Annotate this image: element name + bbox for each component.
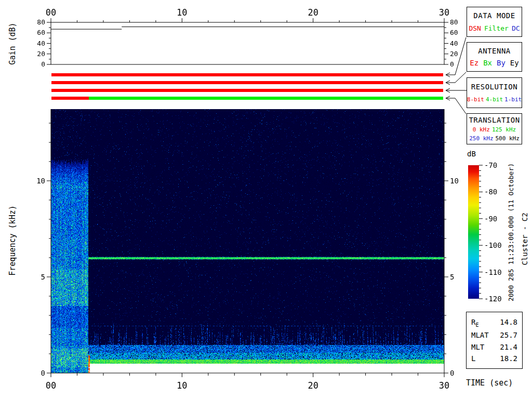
bar-arrow-head [446,90,450,92]
frequency-axis-label: Frequency (kHz) [8,205,17,275]
info-value: 14.8 [500,318,517,328]
status-bar-segment [89,97,443,100]
colorbar-tick-label: -70 [484,161,497,169]
legend-box-resolution: RESOLUTION8-bit4-bit1-bit [467,77,522,108]
legend-item-ez: Ez [470,59,478,67]
time-tick-label-top: 00 [46,7,56,18]
legend-item-250-khz: 250 kHz [469,135,493,142]
legend-item-125-khz: 125 kHz [492,126,516,133]
colorbar [468,165,479,299]
colorbar-tick-label: -100 [484,241,502,249]
freq-tick-label-left: 5 [41,273,45,281]
ephemeris-info-box: RE14.8MLAT25.7MLT21.4L18.2 [466,312,523,369]
legend-box-data-mode: DATA MODEDSNFilterDC [467,7,522,37]
info-label: RE [471,318,478,328]
legend-item-0-khz: 0 kHz [473,126,490,133]
colorbar-tick-label: -120 [484,295,502,303]
legend-item-4-bit: 4-bit [486,96,503,103]
freq-tick-label-right: 10 [450,177,459,185]
colorbar-tick-label: -80 [484,188,497,196]
arrow-connector [455,72,466,83]
status-bar-segment [51,73,443,76]
freq-tick-label-left: 0 [41,369,45,377]
legend-item-dc: DC [512,24,520,32]
legend-box-title: DATA MODE [473,11,515,20]
gain-tick-label-right: 40 [450,39,458,47]
status-bar-antenna [51,81,443,84]
info-value: 25.7 [500,331,517,339]
gain-tick-label-left: 60 [37,29,45,36]
info-value: 18.2 [500,354,517,363]
gain-tick-label-right: 0 [450,60,454,68]
legend-item-500-khz: 500 kHz [496,135,520,142]
status-bar-resolution [51,89,443,92]
legend-item-1-bit: 1-bit [504,96,522,103]
gain-tick-label-left: 40 [37,39,45,47]
colorbar-tick-label: -110 [484,268,502,276]
info-label: L [471,354,475,363]
timestamp-text: 2000 285 11:23:00.000 (11 October) [507,163,515,301]
legend-item-filter: Filter [484,24,509,32]
info-row-mlat: MLAT25.7 [471,331,517,339]
info-label-sub: E [475,322,478,327]
arrow-connector [455,98,466,114]
colorbar-unit-label: dB [467,150,476,158]
legend-item-ey: Ey [510,59,519,67]
legend-item-dsn: DSN [469,24,481,32]
bar-arrow-head [446,75,450,77]
freq-tick-label-right: 0 [450,369,454,377]
status-bar-translation [51,97,443,100]
time-tick-label-top: 20 [308,7,318,18]
freq-tick-label-left: 10 [36,177,45,185]
status-bar-data-mode [51,73,443,76]
gain-plot-frame [51,22,444,64]
time-tick-label-top: 10 [177,7,187,18]
legend-box-row: 0 kHz125 kHz [473,126,516,133]
legend-item-by: By [497,59,506,67]
legend-box-row: DSNFilterDC [469,24,520,32]
time-tick-label-bottom: 10 [177,380,187,391]
legend-box-translation: TRANSLATION0 kHz125 kHz250 kHz500 kHz [467,113,522,144]
bar-arrow-head [446,83,450,85]
freq-tick-label-right: 5 [450,273,454,281]
status-bar-segment [51,81,443,84]
info-row-mlt: MLT21.4 [471,343,517,351]
info-row-l: L18.2 [471,354,517,363]
gain-tick-label-right: 60 [450,29,458,36]
arrow-connector [455,37,466,75]
bar-arrow-head [446,81,450,83]
bar-arrow-head [446,73,450,75]
gain-tick-label-left: 20 [37,50,45,58]
time-tick-label-top: 30 [439,7,449,18]
info-label: MLAT [471,331,489,339]
gain-tick-label-left: 0 [41,60,45,68]
spacecraft-text: Cluster - C2 [521,212,529,265]
colorbar-tick-label: -90 [484,215,497,223]
legend-box-title: ANTENNA [478,47,511,55]
legend-item-8-bit: 8-bit [467,96,484,103]
legend-box-antenna: ANTENNAEzBxByEy [467,42,522,72]
gain-tick-label-right: 80 [450,18,458,26]
legend-box-title: RESOLUTION [471,83,517,91]
time-tick-label-bottom: 00 [46,380,56,391]
legend-box-row: 250 kHz500 kHz [469,135,520,142]
bar-arrow-head [446,88,450,90]
status-bar-segment [51,89,443,92]
gain-tick-label-left: 80 [37,18,45,26]
spectrogram-canvas [51,109,444,373]
time-tick-label-bottom: 20 [308,380,318,391]
time-axis-label: TIME (sec) [466,378,513,388]
info-value: 21.4 [500,343,517,351]
gain-tick-label-right: 20 [450,50,458,58]
bar-arrow-head [446,96,450,98]
legend-box-title: TRANSLATION [469,116,520,124]
info-label: MLT [471,343,484,351]
gain-axis-label: Gain (dB) [8,22,17,64]
bar-arrow-head [446,98,450,100]
info-row-re: RE14.8 [471,318,517,328]
legend-box-row: 8-bit4-bit1-bit [467,96,522,103]
status-bar-segment [51,97,89,100]
legend-box-row: EzBxByEy [470,59,518,67]
legend-item-bx: Bx [483,59,492,67]
time-tick-label-bottom: 30 [439,380,449,391]
